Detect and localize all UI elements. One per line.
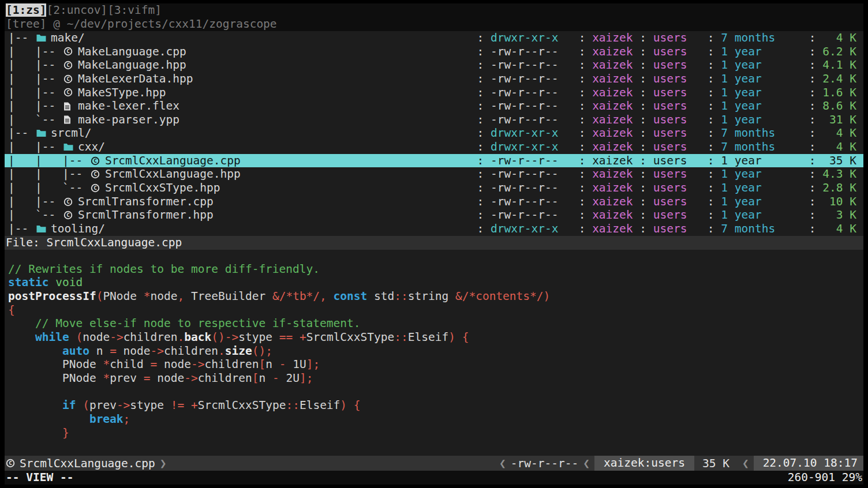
column-separator: : — [470, 86, 491, 100]
code-function: postProcessIf — [8, 290, 96, 303]
permissions: -rw-r--r-- — [491, 167, 572, 181]
size: 8.6 K — [822, 99, 856, 113]
tree-branch: | |-- — [8, 195, 62, 209]
file-attributes: : drwxr-xr-x : xaizek : users : 7 months… — [470, 126, 856, 140]
column-separator: : — [572, 72, 592, 86]
owner: xaizek — [592, 195, 633, 209]
column-separator: : — [701, 126, 721, 140]
owner: xaizek — [592, 154, 633, 168]
file-attributes: : -rw-r--r-- : xaizek : users : 1 year :… — [470, 113, 856, 127]
column-separator: : — [470, 167, 491, 181]
size: 1.6 K — [822, 86, 856, 100]
cpp-icon: C — [5, 459, 18, 468]
column-separator: : — [470, 126, 491, 140]
file-row[interactable]: | |-- CSrcmlTransformer.cpp : -rw-r--r--… — [5, 195, 863, 209]
file-row[interactable]: | |-- make-lexer.flex : -rw-r--r-- : xai… — [5, 99, 863, 113]
file-row[interactable]: | |-- CMakeSType.hpp : -rw-r--r-- : xaiz… — [5, 86, 863, 100]
code-operator: = — [144, 371, 151, 385]
file-row[interactable]: | | `-- CSrcmlCxxSType.hpp : -rw-r--r-- … — [5, 181, 863, 195]
file-name: cxx/ — [78, 140, 105, 154]
column-separator: : — [633, 99, 653, 113]
owner: xaizek — [592, 58, 633, 72]
code-operator: [ — [252, 371, 259, 385]
owner: xaizek — [592, 181, 633, 195]
permissions: -rw-r--r-- — [491, 72, 572, 86]
file-row[interactable]: | `-- make-parser.ypp : -rw-r--r-- : xai… — [5, 113, 863, 127]
code-operator: -> — [117, 399, 130, 412]
tree-branch: | |-- — [8, 72, 62, 86]
code-keyword: auto — [62, 344, 89, 358]
column-separator: : — [572, 181, 592, 195]
size: 3 K — [822, 208, 856, 222]
column-separator: : — [802, 126, 822, 140]
file-row[interactable]: |-- srcml/ : drwxr-xr-x : xaizek : users… — [5, 126, 863, 140]
group: users — [653, 140, 701, 154]
cpp-icon: C — [62, 88, 78, 97]
tab-uncov[interactable]: [2:uncov] — [46, 3, 107, 17]
tab-zs[interactable]: [1:zs] — [6, 3, 46, 17]
file-row[interactable]: | | |-- CSrcmlCxxLanguage.hpp : -rw-r--r… — [5, 167, 863, 181]
code-operator: :: — [286, 399, 299, 412]
file-row[interactable]: |-- make/ : drwxr-xr-x : xaizek : users … — [5, 31, 863, 45]
code-text: n — [259, 371, 272, 385]
code-operator: . — [218, 344, 225, 358]
mtime: 1 year — [721, 99, 802, 113]
file-name: SrcmlCxxLanguage.hpp — [105, 167, 241, 181]
chevron-left-icon: ❮ — [578, 457, 594, 470]
owner: xaizek — [592, 113, 633, 127]
file-row[interactable]: | |-- CMakeLanguage.hpp : -rw-r--r-- : x… — [5, 58, 863, 72]
code-line: PNode *child = node->children[n - 1U]; — [8, 358, 863, 371]
permissions: -rw-r--r-- — [491, 99, 572, 113]
code-text: children — [198, 371, 252, 385]
permissions: -rw-r--r-- — [491, 195, 572, 209]
code-text — [8, 412, 89, 426]
code-operator: - — [272, 371, 279, 385]
code-text — [76, 399, 83, 412]
code-text — [48, 276, 55, 289]
file-name: SrcmlTransformer.hpp — [78, 208, 214, 222]
size: 4.1 K — [822, 58, 856, 72]
mode-indicator: -- VIEW -- — [6, 471, 73, 485]
file-row[interactable]: | | |-- CSrcmlCxxLanguage.cpp : -rw-r--r… — [5, 154, 863, 168]
code-operator: = — [110, 344, 117, 358]
code-text: SrcmlCxxSType — [198, 399, 286, 412]
code-line: static void — [8, 276, 863, 290]
cpp-icon: C — [89, 183, 105, 193]
mtime: 7 months — [721, 222, 802, 236]
code-text: stype — [130, 399, 170, 412]
doc-icon — [62, 115, 78, 124]
file-row[interactable]: | |-- CMakeLanguage.cpp : -rw-r--r-- : x… — [5, 45, 863, 59]
svg-text:C: C — [66, 89, 70, 96]
preview-title: File: SrcmlCxxLanguage.cpp — [5, 236, 863, 250]
column-separator: : — [572, 86, 592, 100]
tab-vifm[interactable]: [3:vifm] — [107, 3, 162, 17]
column-separator: : — [470, 45, 491, 59]
cpp-icon: C — [62, 47, 78, 56]
size: 2.8 K — [822, 181, 856, 195]
column-separator: : — [802, 208, 822, 222]
file-row[interactable]: | |-- CMakeLexerData.hpp : -rw-r--r-- : … — [5, 72, 863, 86]
code-operator: -> — [184, 371, 197, 385]
size: 35 K — [822, 154, 856, 168]
column-separator: : — [802, 72, 822, 86]
column-separator: : — [802, 31, 822, 45]
column-separator: : — [802, 167, 822, 181]
column-separator: : — [802, 45, 822, 59]
column-separator: : — [701, 140, 721, 154]
permissions: drwxr-xr-x — [491, 31, 572, 45]
permissions: -rw-r--r-- — [491, 45, 572, 59]
column-separator: : — [802, 113, 822, 127]
code-operator: = — [151, 358, 158, 371]
column-separator: : — [633, 208, 653, 222]
tree-branch: |-- — [8, 222, 35, 236]
tree-branch: | `-- — [8, 208, 62, 222]
size: 2.4 K — [822, 72, 856, 86]
code-operator: ()-> — [211, 331, 238, 344]
file-row[interactable]: |-- tooling/ : drwxr-xr-x : xaizek : use… — [5, 222, 863, 236]
file-name: SrcmlCxxSType.hpp — [105, 181, 220, 195]
code-line: PNode *prev = node->children[n - 2U]; — [8, 371, 863, 385]
column-separator: : — [633, 113, 653, 127]
code-keyword: break — [89, 412, 124, 426]
file-row[interactable]: | |-- cxx/ : drwxr-xr-x : xaizek : users… — [5, 140, 863, 154]
file-row[interactable]: | `-- CSrcmlTransformer.hpp : -rw-r--r--… — [5, 208, 863, 222]
